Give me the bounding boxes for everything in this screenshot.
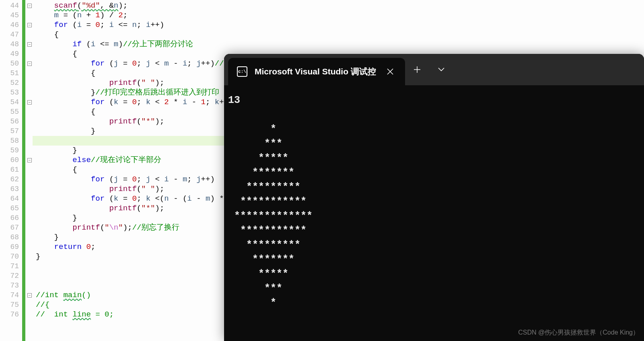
fold-toggle-icon[interactable]: [27, 158, 32, 162]
line-number-gutter: 4445464748495051525354555657585960616263…: [0, 0, 22, 341]
watermark: CSDN @伤心男孩拯救世界（Code King）: [518, 329, 639, 337]
code-line[interactable]: scanf("%d", &n);: [33, 1, 644, 10]
code-line[interactable]: for (i = 0; i <= n; i++): [33, 20, 644, 30]
fold-toggle-icon[interactable]: [27, 62, 32, 66]
fold-toggle-icon[interactable]: [27, 42, 32, 47]
fold-toggle-icon[interactable]: [27, 23, 32, 27]
fold-gutter[interactable]: [26, 0, 33, 341]
fold-toggle-icon[interactable]: [27, 293, 32, 298]
terminal-tab-title: Microsoft Visual Studio 调试控: [255, 66, 377, 77]
code-line[interactable]: if (i <= m)//分上下两部分讨论: [33, 39, 644, 49]
fold-toggle-icon[interactable]: [27, 100, 32, 105]
change-bar: [22, 0, 25, 341]
code-line[interactable]: {: [33, 30, 644, 39]
terminal-titlebar[interactable]: c:\ Microsoft Visual Studio 调试控: [224, 54, 644, 85]
new-tab-button[interactable]: [405, 54, 429, 85]
fold-toggle-icon[interactable]: [27, 4, 32, 8]
terminal-icon: c:\: [237, 66, 247, 77]
terminal-window[interactable]: c:\ Microsoft Visual Studio 调试控 13 * ***…: [224, 54, 644, 341]
terminal-output[interactable]: 13 * *** ***** ******* ********* *******…: [224, 85, 644, 318]
tab-strip-controls: [405, 54, 453, 85]
close-icon[interactable]: [384, 66, 396, 78]
terminal-tab[interactable]: c:\ Microsoft Visual Studio 调试控: [228, 58, 405, 85]
code-line[interactable]: m = (n + 1) / 2;: [33, 10, 644, 20]
tab-menu-chevron-icon[interactable]: [429, 54, 453, 85]
